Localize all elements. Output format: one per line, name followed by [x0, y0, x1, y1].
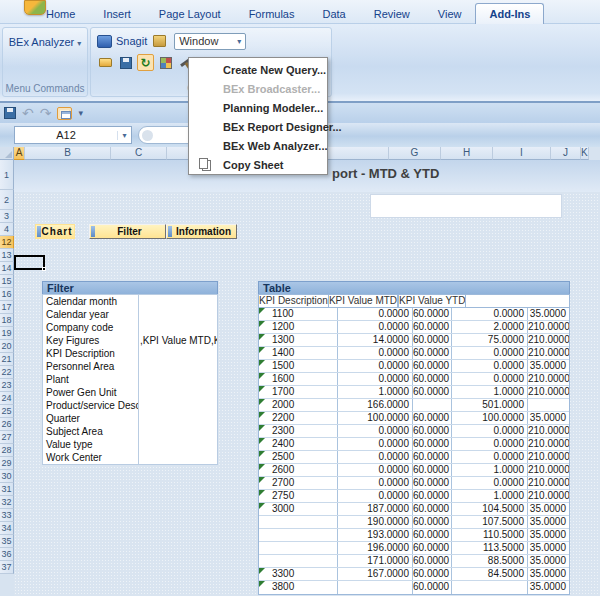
table-row[interactable]: 2600 0.0000 60.0000 1.0000 210.0000 — [259, 464, 569, 477]
ytd-target-cell[interactable]: 210.0000 — [528, 490, 569, 502]
kpi-description-cell[interactable]: 1300 — [259, 334, 338, 346]
ytd-target-cell[interactable]: 35.0000 — [528, 412, 569, 424]
table-row[interactable]: 3300 167.0000 60.0000 84.5000 35.0000 — [259, 568, 569, 581]
ytd-target-cell[interactable]: 210.0000 — [528, 438, 569, 450]
kpi-description-cell[interactable]: 2400 — [259, 438, 338, 450]
row-header[interactable]: 16 — [0, 288, 14, 301]
kpi-value-mtd-cell[interactable]: 187.0000 — [338, 503, 413, 515]
kpi-description-cell[interactable]: 2750 — [259, 490, 338, 502]
row-header[interactable]: 27 — [0, 431, 14, 444]
filter-label[interactable]: Calendar year — [43, 308, 138, 321]
chevron-down-icon[interactable]: ▾ — [117, 131, 131, 140]
filter-label[interactable]: Personnel Area — [43, 360, 138, 373]
ytd-target-cell[interactable]: 35.0000 — [528, 503, 569, 515]
mtd-target-cell[interactable]: 60.0000 — [413, 451, 452, 463]
row-header[interactable]: 28 — [0, 444, 14, 457]
filter-value[interactable] — [139, 373, 217, 386]
ytd-target-cell[interactable] — [528, 399, 569, 411]
table-row[interactable]: 1500 0.0000 60.0000 0.0000 35.0000 — [259, 360, 569, 373]
copy-icon[interactable]: Copy Sheet — [189, 155, 327, 174]
kpi-value-ytd-cell[interactable]: 0.0000 — [452, 360, 528, 372]
mtd-target-cell[interactable]: 60.0000 — [413, 347, 452, 359]
kpi-value-ytd-cell[interactable]: 0.0000 — [452, 438, 528, 450]
kpi-value-ytd-cell[interactable]: 107.5000 — [452, 516, 528, 528]
report-nav-button[interactable]: Chart — [35, 224, 75, 239]
filter-label[interactable]: Work Center — [43, 451, 138, 464]
row-header[interactable]: 36 — [0, 548, 14, 561]
snagit-stamp-icon[interactable] — [153, 35, 166, 47]
row-header[interactable]: 22 — [0, 366, 14, 379]
kpi-value-ytd-cell[interactable]: 1.0000 — [452, 386, 528, 398]
mtd-target-cell[interactable]: 60.0000 — [413, 503, 452, 515]
ribbon-tab[interactable]: Insert — [89, 3, 145, 24]
kpi-value-ytd-cell[interactable]: 84.5000 — [452, 568, 528, 580]
kpi-description-cell[interactable]: 2300 — [259, 425, 338, 437]
row-header[interactable]: 37 — [0, 561, 14, 574]
ytd-target-cell[interactable]: 210.0000 — [528, 451, 569, 463]
mtd-target-cell[interactable]: 60.0000 — [413, 360, 452, 372]
table-row[interactable]: 171.0000 60.0000 88.5000 35.0000 — [259, 555, 569, 568]
ytd-target-cell[interactable]: 35.0000 — [528, 516, 569, 528]
row-header[interactable]: 31 — [0, 483, 14, 496]
ytd-target-cell[interactable]: 35.0000 — [528, 360, 569, 372]
mtd-target-cell[interactable]: 60.0000 — [413, 373, 452, 385]
kpi-description-cell[interactable]: 1200 — [259, 321, 338, 333]
filter-label[interactable]: Key Figures — [43, 334, 138, 347]
kpi-description-cell[interactable] — [259, 516, 338, 528]
ribbon-tab[interactable]: Home — [32, 3, 89, 24]
ytd-target-cell[interactable]: 210.0000 — [528, 425, 569, 437]
ytd-target-cell[interactable]: 35.0000 — [528, 581, 569, 594]
window-dropdown[interactable]: Window ▾ — [174, 33, 246, 50]
kpi-value-ytd-cell[interactable]: 100.0000 — [452, 412, 528, 424]
filter-label[interactable]: Power Gen Unit — [43, 386, 138, 399]
menu-item[interactable]: BEx Web Analyzer... — [189, 136, 327, 155]
kpi-value-mtd-cell[interactable]: 14.0000 — [338, 334, 413, 346]
kpi-value-ytd-cell[interactable]: 113.5000 — [452, 542, 528, 554]
filter-value[interactable] — [139, 399, 217, 412]
format-icon[interactable] — [157, 54, 174, 71]
kpi-value-ytd-cell[interactable]: 0.0000 — [452, 451, 528, 463]
kpi-value-ytd-cell[interactable]: 110.5000 — [452, 529, 528, 541]
ribbon-tab[interactable]: View — [424, 3, 476, 24]
kpi-description-cell[interactable]: 3000 — [259, 503, 338, 515]
ytd-target-cell[interactable]: 210.0000 — [528, 464, 569, 476]
qsave-icon[interactable] — [4, 104, 16, 122]
table-row[interactable]: 2500 0.0000 60.0000 0.0000 210.0000 — [259, 451, 569, 464]
row-header[interactable]: 12 — [0, 236, 14, 249]
table-row[interactable]: 1700 1.0000 60.0000 1.0000 210.0000 — [259, 386, 569, 399]
kpi-value-ytd-cell[interactable]: 501.0000 — [452, 399, 528, 411]
kpi-value-mtd-cell[interactable]: 190.0000 — [338, 516, 413, 528]
row-header[interactable]: 4 — [0, 223, 14, 236]
active-cell-selection[interactable] — [14, 255, 45, 270]
mtd-target-cell[interactable]: 60.0000 — [413, 555, 452, 567]
mtd-target-cell[interactable]: 60.0000 — [413, 438, 452, 450]
kpi-value-ytd-cell[interactable]: 88.5000 — [452, 555, 528, 567]
kpi-value-ytd-cell[interactable]: 0.0000 — [452, 308, 528, 320]
kpi-description-cell[interactable] — [259, 542, 338, 554]
row-header[interactable]: 13 — [0, 249, 14, 262]
filter-value[interactable]: ,KPI Value MTD,KP — [139, 334, 217, 347]
ytd-target-cell[interactable]: 35.0000 — [528, 529, 569, 541]
kpi-value-ytd-cell[interactable]: 0.0000 — [452, 477, 528, 489]
table-row[interactable]: 1600 0.0000 60.0000 0.0000 210.0000 — [259, 373, 569, 386]
row-header[interactable]: 21 — [0, 353, 14, 366]
snagit-icon[interactable] — [97, 35, 112, 48]
mtd-target-cell[interactable]: 60.0000 — [413, 334, 452, 346]
kpi-value-mtd-cell[interactable]: 196.0000 — [338, 542, 413, 554]
filter-value[interactable] — [139, 321, 217, 334]
row-header[interactable]: 35 — [0, 535, 14, 548]
row-header[interactable]: 32 — [0, 496, 14, 509]
table-row[interactable]: 1100 0.0000 60.0000 0.0000 35.0000 — [259, 308, 569, 321]
filter-value[interactable] — [139, 425, 217, 438]
row-header[interactable]: 33 — [0, 509, 14, 522]
open-icon[interactable] — [97, 54, 114, 71]
menu-item[interactable]: Planning Modeler... — [189, 98, 327, 117]
filter-label[interactable]: Quarter — [43, 412, 138, 425]
row-header[interactable]: 34 — [0, 522, 14, 535]
kpi-value-ytd-cell[interactable]: 0.0000 — [452, 373, 528, 385]
row-header[interactable]: 23 — [0, 379, 14, 392]
report-nav-button[interactable]: Filter — [89, 224, 166, 239]
ribbon-tab[interactable]: Formulas — [235, 3, 309, 24]
kpi-value-ytd-cell[interactable]: 0.0000 — [452, 425, 528, 437]
kpi-value-mtd-cell[interactable]: 0.0000 — [338, 373, 413, 385]
